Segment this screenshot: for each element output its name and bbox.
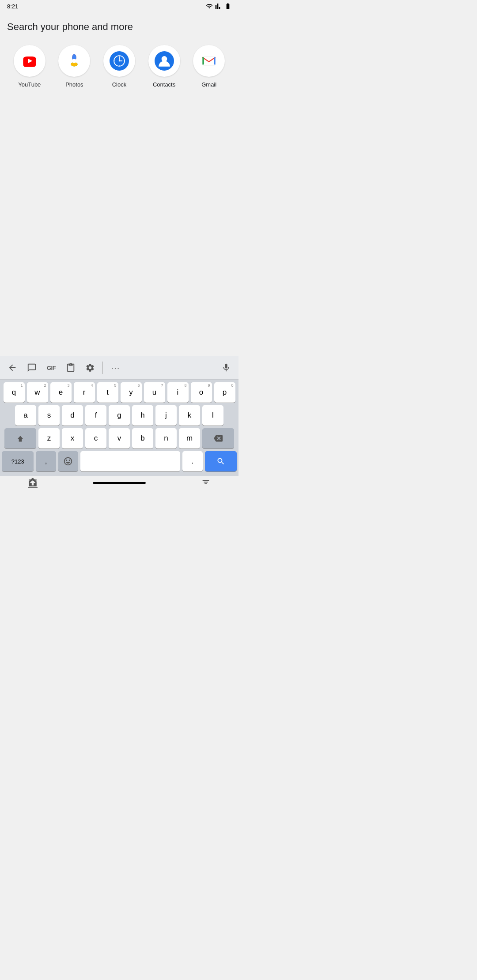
keyboard-more-button[interactable]: ⋯: [106, 359, 124, 377]
app-clock-label: Clock: [112, 81, 127, 88]
sticker-icon: [27, 363, 37, 373]
emoji-icon: [63, 456, 73, 466]
key-numbers[interactable]: ?123: [2, 451, 34, 471]
shift-icon: [16, 434, 25, 443]
keyboard-container: GIF ⋯ q1 w2 e3 r4 t5 y6 u7 i8 o9 p0: [0, 356, 238, 490]
key-a[interactable]: a: [15, 405, 36, 426]
key-y[interactable]: y6: [121, 382, 142, 403]
back-icon: [8, 363, 17, 373]
key-s[interactable]: s: [38, 405, 60, 426]
key-k[interactable]: k: [179, 405, 200, 426]
clipboard-icon: [66, 363, 76, 373]
key-period[interactable]: .: [182, 451, 202, 471]
youtube-icon: [20, 51, 39, 71]
key-g[interactable]: g: [109, 405, 130, 426]
key-comma[interactable]: ,: [36, 451, 56, 471]
photos-icon: [64, 51, 84, 71]
app-youtube-label: YouTube: [18, 81, 41, 88]
key-h[interactable]: h: [132, 405, 153, 426]
keyboard-switch-icon[interactable]: [200, 478, 212, 488]
bottom-bar: [0, 476, 238, 490]
battery-icon: [224, 3, 231, 10]
keyboard-toolbar: GIF ⋯: [0, 356, 238, 380]
svg-point-12: [119, 56, 120, 57]
gmail-icon: [199, 51, 219, 71]
key-n[interactable]: n: [155, 428, 177, 449]
key-w[interactable]: w2: [27, 382, 48, 403]
keyboard-sticker-button[interactable]: [23, 359, 41, 377]
key-search[interactable]: [205, 451, 237, 471]
apps-row: YouTube: [7, 45, 231, 88]
key-q[interactable]: q1: [4, 382, 25, 403]
toolbar-divider: [102, 362, 103, 374]
svg-rect-23: [214, 57, 216, 65]
status-bar: 8:21: [0, 0, 238, 12]
status-time: 8:21: [7, 3, 18, 10]
key-r[interactable]: r4: [74, 382, 95, 403]
key-x[interactable]: x: [62, 428, 83, 449]
key-row-4: ?123 , .: [2, 451, 237, 471]
app-contacts[interactable]: Contacts: [144, 45, 184, 88]
svg-point-15: [124, 60, 125, 61]
key-p[interactable]: p0: [214, 382, 235, 403]
app-clock[interactable]: Clock: [99, 45, 139, 88]
delete-icon: [214, 434, 223, 443]
key-z[interactable]: z: [38, 428, 60, 449]
settings-icon: [85, 363, 95, 373]
svg-point-14: [114, 60, 115, 61]
app-photos[interactable]: Photos: [54, 45, 94, 88]
key-e[interactable]: e3: [50, 382, 72, 403]
svg-point-6: [72, 59, 77, 63]
key-u[interactable]: u7: [144, 382, 165, 403]
wifi-icon: [206, 3, 213, 10]
key-m[interactable]: m: [179, 428, 200, 449]
keyboard-settings-button[interactable]: [81, 359, 99, 377]
key-row-1: q1 w2 e3 r4 t5 y6 u7 i8 o9 p0: [2, 382, 237, 403]
app-gmail[interactable]: Gmail: [189, 45, 229, 88]
bottom-handle: [93, 482, 146, 484]
keyboard-back-button[interactable]: [4, 359, 21, 377]
key-b[interactable]: b: [132, 428, 153, 449]
contacts-icon: [155, 51, 174, 71]
key-l[interactable]: l: [202, 405, 223, 426]
key-space[interactable]: [80, 451, 180, 471]
key-o[interactable]: o9: [191, 382, 212, 403]
main-content: Search your phone and more YouTube: [0, 12, 238, 88]
app-photos-label: Photos: [65, 81, 83, 88]
app-gmail-label: Gmail: [201, 81, 216, 88]
app-gmail-icon-wrapper: [193, 45, 225, 77]
svg-point-13: [119, 65, 120, 66]
app-photos-icon-wrapper: [58, 45, 90, 77]
key-row-2: a s d f g h j k l: [2, 405, 237, 426]
key-row-3: z x c v b n m: [2, 428, 237, 449]
keyboard-mic-button[interactable]: [217, 359, 235, 377]
app-youtube-icon-wrapper: [14, 45, 45, 77]
search-title: Search your phone and more: [7, 21, 231, 33]
key-d[interactable]: d: [62, 405, 83, 426]
key-j[interactable]: j: [155, 405, 177, 426]
svg-rect-21: [203, 57, 216, 65]
app-clock-icon-wrapper: [103, 45, 135, 77]
status-icons: [206, 3, 231, 10]
signal-icon: [215, 3, 222, 10]
key-f[interactable]: f: [85, 405, 106, 426]
app-contacts-icon-wrapper: [148, 45, 180, 77]
key-shift[interactable]: [4, 428, 36, 449]
key-i[interactable]: i8: [167, 382, 189, 403]
app-contacts-label: Contacts: [153, 81, 175, 88]
svg-point-17: [161, 56, 167, 62]
keyboard-gif-button[interactable]: GIF: [42, 359, 60, 377]
key-t[interactable]: t5: [97, 382, 118, 403]
key-c[interactable]: c: [85, 428, 106, 449]
clock-icon: [110, 51, 129, 71]
keyboard-clipboard-button[interactable]: [62, 359, 80, 377]
svg-rect-22: [203, 57, 204, 65]
keyboard-down-icon[interactable]: [26, 478, 39, 488]
search-key-icon: [216, 457, 225, 466]
key-delete[interactable]: [202, 428, 234, 449]
mic-icon: [221, 363, 231, 373]
keyboard-rows: q1 w2 e3 r4 t5 y6 u7 i8 o9 p0 a s d f g …: [0, 380, 238, 476]
key-v[interactable]: v: [109, 428, 130, 449]
app-youtube[interactable]: YouTube: [10, 45, 49, 88]
key-emoji[interactable]: [58, 451, 78, 471]
